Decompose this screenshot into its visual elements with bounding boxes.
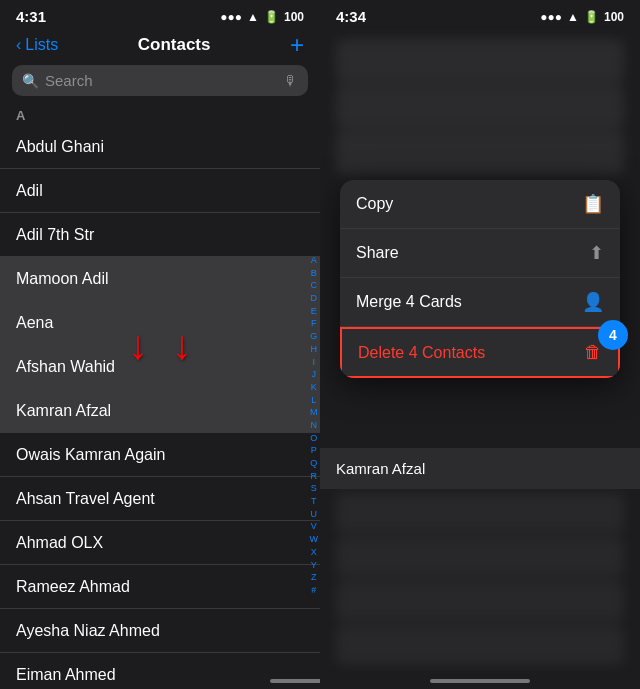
right-status-icons: ●●● ▲ 🔋 100 (540, 10, 624, 24)
right-signal-icon: ●●● (540, 10, 562, 24)
contact-name: Aena (16, 314, 304, 332)
alpha-index-letter[interactable]: D (311, 293, 318, 305)
left-nav-bar: ‹ Lists Contacts + (0, 29, 320, 65)
alpha-index-letter[interactable]: V (311, 521, 317, 533)
contact-name: Afshan Wahid (16, 358, 304, 376)
list-item[interactable]: Ahmad OLX (0, 521, 320, 565)
battery-icon: 🔋 (264, 10, 279, 24)
alpha-index-letter[interactable]: S (311, 483, 317, 495)
context-menu-item[interactable]: Share⬆ (340, 229, 620, 278)
contact-rows: Abdul GhaniAdilAdil 7th StrMamoon AdilAe… (0, 125, 320, 689)
alpha-index-letter[interactable]: Q (310, 458, 317, 470)
contact-name: Ayesha Niaz Ahmed (16, 622, 304, 640)
alpha-index[interactable]: ABCDEFGHIJKLMNOPQRSTUVWXYZ# (310, 255, 319, 597)
alpha-index-letter[interactable]: E (311, 306, 317, 318)
menu-item-label: Delete 4 Contacts (358, 344, 485, 362)
left-panel: 4:31 ●●● ▲ 🔋 100 ‹ Lists Contacts + 🔍 Se… (0, 0, 320, 689)
alpha-index-letter[interactable]: F (311, 318, 317, 330)
search-icon: 🔍 (22, 73, 39, 89)
alpha-index-letter[interactable]: T (311, 496, 317, 508)
alpha-index-letter[interactable]: N (311, 420, 318, 432)
alpha-index-letter[interactable]: Z (311, 572, 317, 584)
context-menu: Copy📋Share⬆Merge 4 Cards👤Delete 4 Contac… (340, 180, 620, 378)
alpha-index-letter[interactable]: # (311, 585, 316, 597)
list-item[interactable]: Abdul Ghani (0, 125, 320, 169)
contact-name: Abdul Ghani (16, 138, 304, 156)
alpha-index-letter[interactable]: B (311, 268, 317, 280)
blurred-bottom-content (320, 489, 640, 689)
alpha-index-letter[interactable]: M (310, 407, 318, 419)
context-menu-item[interactable]: Copy📋 (340, 180, 620, 229)
contact-name: Owais Kamran Again (16, 446, 304, 464)
alpha-index-letter[interactable]: J (312, 369, 317, 381)
add-contact-button[interactable]: + (290, 33, 304, 57)
right-wifi-icon: ▲ (567, 10, 579, 24)
list-item[interactable]: Ayesha Niaz Ahmed (0, 609, 320, 653)
contact-name: Mamoon Adil (16, 270, 304, 288)
right-panel: 4:34 ●●● ▲ 🔋 100 Copy📋Share⬆Merge 4 Card… (320, 0, 640, 689)
list-item[interactable]: Kamran Afzal (0, 389, 320, 433)
list-item[interactable]: Afshan Wahid (0, 345, 320, 389)
context-menu-item[interactable]: Merge 4 Cards👤 (340, 278, 620, 327)
wifi-icon: ▲ (247, 10, 259, 24)
section-label-a: A (0, 104, 320, 125)
list-item[interactable]: Mamoon Adil (0, 257, 320, 301)
chevron-left-icon: ‹ (16, 36, 21, 54)
battery-label: 100 (284, 10, 304, 24)
mic-icon[interactable]: 🎙 (284, 73, 298, 89)
alpha-index-letter[interactable]: R (311, 471, 318, 483)
alpha-index-letter[interactable]: C (311, 280, 318, 292)
contact-name: Kamran Afzal (16, 402, 304, 420)
right-time: 4:34 (336, 8, 366, 25)
alpha-index-letter[interactable]: U (311, 509, 318, 521)
search-bar[interactable]: 🔍 Search 🎙 (12, 65, 308, 96)
alpha-index-letter[interactable]: O (310, 433, 317, 445)
alpha-index-letter[interactable]: X (311, 547, 317, 559)
back-button[interactable]: ‹ Lists (16, 36, 58, 54)
alpha-index-letter[interactable]: L (311, 395, 316, 407)
alpha-index-letter[interactable]: K (311, 382, 317, 394)
contact-name: Ahsan Travel Agent (16, 490, 304, 508)
contacts-list: Abdul GhaniAdilAdil 7th StrMamoon AdilAe… (0, 125, 320, 689)
alpha-index-letter[interactable]: G (310, 331, 317, 343)
contact-name: Eiman Ahmed (16, 666, 304, 684)
right-status-bar: 4:34 ●●● ▲ 🔋 100 (320, 0, 640, 29)
contact-name: Adil 7th Str (16, 226, 304, 244)
back-label: Lists (25, 36, 58, 54)
menu-item-label: Copy (356, 195, 393, 213)
list-item[interactable]: Aena (0, 301, 320, 345)
left-status-bar: 4:31 ●●● ▲ 🔋 100 (0, 0, 320, 29)
list-item[interactable]: Owais Kamran Again (0, 433, 320, 477)
list-item[interactable]: Adil (0, 169, 320, 213)
home-indicator (270, 679, 320, 683)
alpha-index-letter[interactable]: H (311, 344, 318, 356)
list-item[interactable]: Adil 7th Str (0, 213, 320, 257)
alpha-index-letter[interactable]: I (312, 357, 315, 369)
selection-count-badge: 4 (598, 320, 628, 350)
alpha-index-letter[interactable]: W (310, 534, 319, 546)
right-battery-label: 100 (604, 10, 624, 24)
contact-name: Ahmad OLX (16, 534, 304, 552)
left-status-icons: ●●● ▲ 🔋 100 (220, 10, 304, 24)
menu-item-label: Merge 4 Cards (356, 293, 462, 311)
page-title: Contacts (138, 35, 211, 55)
menu-item-icon: 📋 (582, 193, 604, 215)
menu-item-icon: 👤 (582, 291, 604, 313)
list-item[interactable]: Ahsan Travel Agent (0, 477, 320, 521)
menu-item-icon: ⬆ (589, 242, 604, 264)
selected-contact-label: Kamran Afzal (320, 448, 640, 489)
menu-item-label: Share (356, 244, 399, 262)
alpha-index-letter[interactable]: A (311, 255, 317, 267)
alpha-index-letter[interactable]: P (311, 445, 317, 457)
context-menu-item[interactable]: Delete 4 Contacts🗑 (340, 327, 620, 378)
left-time: 4:31 (16, 8, 46, 25)
right-home-indicator (430, 679, 530, 683)
search-input[interactable]: Search (45, 72, 278, 89)
alpha-index-letter[interactable]: Y (311, 560, 317, 572)
menu-item-icon: 🗑 (584, 342, 602, 363)
list-item[interactable]: Eiman Ahmed (0, 653, 320, 689)
blurred-top-content (320, 29, 640, 185)
list-item[interactable]: Rameez Ahmad (0, 565, 320, 609)
signal-icon: ●●● (220, 10, 242, 24)
contact-name: Adil (16, 182, 304, 200)
